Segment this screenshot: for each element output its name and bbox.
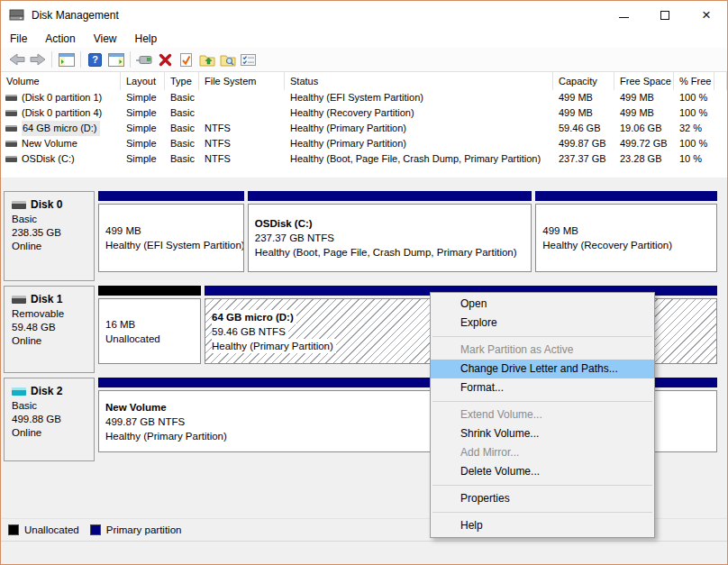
legend-unallocated: Unallocated [8,524,79,535]
disk-info-panel-2[interactable]: Disk 2 Basic 499.88 GB Online [4,378,95,461]
column-header-layout[interactable]: Layout [121,72,165,90]
menu-item-delete-volume[interactable]: Delete Volume... [431,462,654,481]
unallocated-swatch [8,524,19,535]
explore-folder-icon[interactable] [218,50,237,68]
menu-separator [432,336,652,337]
column-header-free-space[interactable]: Free Space [614,72,674,90]
disk-icon [12,201,26,209]
volume-list-header: Volume Layout Type File System Status Ca… [1,72,727,90]
volume-drive-icon [5,141,17,147]
menu-item-properties[interactable]: Properties [431,489,654,508]
properties-icon[interactable] [239,50,258,68]
disk-icon [12,296,26,304]
minimize-icon [619,17,629,18]
menu-action[interactable]: Action [45,32,75,45]
commit-check-icon[interactable] [177,50,196,68]
menu-file[interactable]: File [10,32,27,45]
toolbar-separator [51,51,52,68]
partition-recovery[interactable]: 499 MB Healthy (Recovery Partition) [535,191,717,281]
back-icon[interactable] [7,50,26,68]
volume-row[interactable]: OSDisk (C:) Simple Basic NTFS Healthy (B… [1,151,727,167]
maximize-button[interactable] [644,1,686,29]
volume-row[interactable]: (Disk 0 partition 1) Simple Basic Health… [1,90,727,105]
menu-item-help[interactable]: Help [431,516,654,535]
menu-item-format[interactable]: Format... [431,378,654,397]
close-button[interactable]: × [686,1,727,29]
volume-row[interactable]: New Volume Simple Basic NTFS Healthy (Pr… [1,136,727,151]
disk-view-icon[interactable] [135,50,154,68]
column-header-capacity[interactable]: Capacity [553,72,614,90]
menu-separator [432,485,652,486]
minimize-button[interactable] [603,1,644,29]
menu-help[interactable]: Help [135,32,158,45]
partition-unallocated[interactable]: 16 MB Unallocated [98,286,201,373]
menu-item-open[interactable]: Open [431,295,654,314]
status-strip [1,541,727,564]
primary-partition-swatch [90,524,101,535]
disk-info-panel-0[interactable]: Disk 0 Basic 238.35 GB Online [4,191,95,281]
toolbar-separator [80,51,81,68]
partition-efi[interactable]: 499 MB Healthy (EFI System Partition) [98,191,244,281]
unallocated-bar [98,286,201,296]
disk-management-window: Disk Management × File Action View Help [0,0,728,565]
context-menu: Open Explore Mark Partition as Active Ch… [430,292,655,538]
column-header-volume[interactable]: Volume [1,72,121,90]
menu-item-add-mirror: Add Mirror... [431,443,654,462]
volume-drive-icon [5,125,17,132]
volume-drive-icon [5,95,17,101]
menu-item-extend-volume: Extend Volume... [431,406,654,424]
close-icon: × [702,7,711,23]
menu-separator [432,512,652,513]
menu-view[interactable]: View [94,32,117,45]
primary-partition-bar [535,191,717,201]
menu-item-explore[interactable]: Explore [431,314,654,333]
title-bar: Disk Management × [1,1,727,29]
volume-drive-icon [5,156,17,162]
app-disk-icon [9,9,24,21]
column-header-file-system[interactable]: File System [199,72,285,90]
partition-osdisk-c[interactable]: OSDisk (C:) 237.37 GB NTFS Healthy (Boot… [248,191,532,281]
primary-partition-bar [98,191,244,201]
volume-row[interactable]: (Disk 0 partition 4) Simple Basic Health… [1,105,727,121]
legend-primary-partition: Primary partition [90,524,182,535]
menu-separator [432,401,652,402]
column-header-filler [714,72,727,90]
disk-row-0: Disk 0 Basic 238.35 GB Online 499 MB Hea… [4,191,717,281]
forward-icon[interactable] [28,50,47,68]
volume-list: Volume Layout Type File System Status Ca… [1,72,727,178]
menu-item-change-drive-letter[interactable]: Change Drive Letter and Paths... [431,360,654,378]
menu-bar: File Action View Help [1,29,727,48]
console-tree-icon[interactable] [57,50,76,68]
maximize-icon [660,11,669,20]
column-header-pct-free[interactable]: % Free [674,72,714,90]
primary-partition-bar [248,191,532,201]
disk-info-panel-1[interactable]: Disk 1 Removable 59.48 GB Online [4,286,95,373]
toolbar-separator [130,51,131,68]
column-header-type[interactable]: Type [165,72,199,90]
window-title: Disk Management [32,9,119,22]
volume-drive-icon [5,110,17,116]
action-pane-icon[interactable] [106,50,125,68]
toolbar: ? [1,48,727,72]
help-icon[interactable]: ? [86,50,105,68]
open-folder-icon[interactable] [197,50,216,68]
delete-icon[interactable] [156,50,175,68]
disk-icon [12,387,26,396]
menu-item-mark-partition-active: Mark Partition as Active [431,341,654,360]
volume-row-selected[interactable]: 64 GB micro (D:) Simple Basic NTFS Healt… [1,121,727,136]
column-header-status[interactable]: Status [285,72,553,90]
menu-item-shrink-volume[interactable]: Shrink Volume... [431,424,654,443]
